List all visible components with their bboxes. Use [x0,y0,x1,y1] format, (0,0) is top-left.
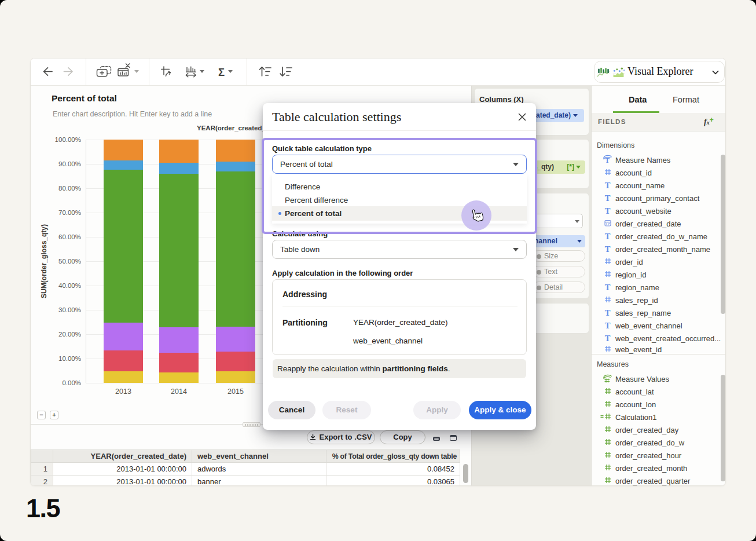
svg-text:Σ: Σ [218,66,225,78]
svg-text:T: T [605,157,610,163]
